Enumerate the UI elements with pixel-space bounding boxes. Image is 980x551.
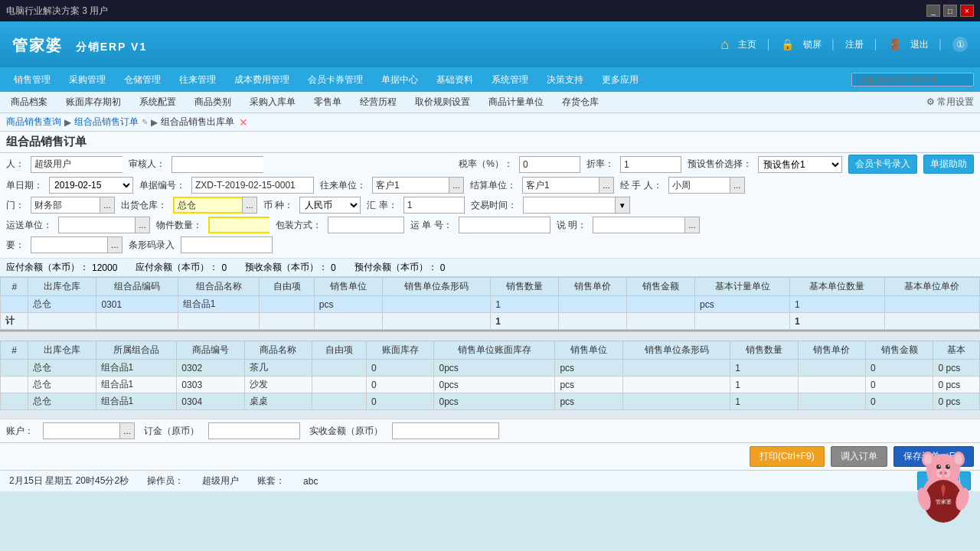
remark-ellipsis[interactable]: … [684, 217, 700, 233]
col-num: # [1, 278, 28, 296]
tracking-input[interactable] [459, 217, 550, 233]
person-input[interactable] [31, 156, 122, 173]
sub-nav-goods[interactable]: 商品档案 [6, 94, 52, 110]
dept-label: 门： [6, 199, 24, 212]
reviewer-input[interactable] [172, 156, 263, 173]
settlement-input[interactable] [522, 177, 599, 194]
remark-input[interactable] [593, 217, 684, 233]
breadcrumb: 商品销售查询 ▶ 组合品销售订单 ✎ ▶ 组合品销售出库单 ✕ [0, 113, 980, 132]
handler-input[interactable] [668, 177, 730, 194]
rate-input[interactable] [403, 197, 465, 214]
sub-nav-price-rule[interactable]: 取价规则设置 [410, 94, 475, 110]
require-ellipsis[interactable]: … [107, 236, 122, 253]
warehouse-ellipsis[interactable]: … [242, 197, 257, 214]
sub-nav-category[interactable]: 商品类别 [190, 94, 236, 110]
b-col-unit-stock: 销售单位账面库存 [434, 341, 555, 360]
received-label: 实收金额（原币） [309, 425, 383, 438]
ship-unit-input[interactable] [58, 217, 135, 233]
nav-dealings[interactable]: 往来管理 [172, 70, 224, 90]
nav-decision[interactable]: 决策支持 [539, 70, 591, 90]
account-input[interactable] [43, 422, 119, 439]
currency-select[interactable]: 人民币 [299, 197, 361, 214]
nav-system[interactable]: 系统管理 [484, 70, 536, 90]
sub-nav-settings[interactable]: ⚙ 常用设置 [926, 96, 974, 109]
to-unit-ellipsis[interactable]: … [449, 177, 464, 194]
table-row[interactable]: 总仓 0301 组合品1 pcs 1 pcs 1 [1, 296, 980, 313]
discount-input[interactable] [620, 156, 681, 173]
nav-orders[interactable]: 单据中心 [374, 70, 426, 90]
account-ellipsis[interactable]: … [119, 422, 135, 439]
table-row[interactable]: 总仓 组合品1 0304 桌桌 0 0pcs pcs 1 0 0 pcs [1, 393, 980, 410]
item-count-input[interactable] [208, 217, 270, 233]
date-select[interactable]: 2019-02-15 [49, 177, 133, 194]
lock-link[interactable]: 锁屏 [803, 38, 822, 51]
date-label: 单日期： [6, 179, 43, 192]
order-no-input[interactable] [191, 177, 314, 194]
import-btn[interactable]: 调入订单 [831, 446, 887, 467]
dept-ellipsis[interactable]: … [100, 197, 115, 214]
bottom-scrollbar[interactable] [0, 409, 980, 419]
settings-label: 常用设置 [937, 96, 974, 107]
member-card-btn[interactable]: 会员卡号录入 [848, 155, 917, 174]
sub-nav-retail[interactable]: 零售单 [309, 94, 346, 110]
barcode-input[interactable] [181, 236, 273, 253]
nav-warehouse[interactable]: 仓储管理 [116, 70, 168, 90]
breadcrumb-item-2[interactable]: 组合品销售订单 [74, 116, 139, 129]
b-col-code: 商品编号 [177, 341, 244, 360]
breadcrumb-item-1[interactable]: 商品销售查询 [6, 116, 61, 129]
require-input[interactable] [31, 236, 107, 253]
top-table: # 出库仓库 组合品编码 组合品名称 自由项 销售单位 销售单位条形码 销售数量… [0, 277, 980, 330]
exit-link[interactable]: 退出 [910, 38, 929, 51]
ship-unit-ellipsis[interactable]: … [135, 217, 150, 233]
nav-search-input[interactable] [851, 73, 974, 86]
nav-cost[interactable]: 成本费用管理 [227, 70, 297, 90]
nav-member[interactable]: 会员卡券管理 [300, 70, 371, 90]
breadcrumb-close-btn[interactable]: ✕ [239, 116, 248, 129]
nav-base[interactable]: 基础资料 [429, 70, 481, 90]
sub-nav-purchase-in[interactable]: 采购入库单 [245, 94, 300, 110]
minimize-btn[interactable]: _ [926, 5, 940, 17]
order-amount-input[interactable] [208, 422, 300, 439]
handler-ellipsis[interactable]: … [730, 177, 745, 194]
sub-nav-unit[interactable]: 商品计量单位 [484, 94, 548, 110]
col-amount: 销售金额 [627, 278, 695, 296]
tax-input[interactable] [519, 156, 580, 173]
table-row[interactable]: 总仓 组合品1 0303 沙发 0 0pcs pcs 1 0 0 pcs [1, 377, 980, 393]
warehouse-input[interactable] [173, 197, 242, 214]
svg-text:管家婆: 管家婆 [936, 499, 952, 505]
footer-account-label: 账套： [257, 474, 285, 487]
b-col-stock: 账面库存 [367, 341, 434, 360]
tracking-label: 运 单 号： [410, 219, 452, 232]
print-btn[interactable]: 打印(Ctrl+F9) [750, 446, 825, 467]
top-scrollbar[interactable] [0, 331, 980, 341]
col-barcode: 销售单位条形码 [382, 278, 490, 296]
info-link[interactable]: ① [952, 37, 968, 52]
pack-type-input[interactable] [328, 217, 404, 233]
nav-more[interactable]: 更多应用 [594, 70, 646, 90]
register-link[interactable]: 注册 [845, 38, 864, 51]
b-col-amount: 销售金额 [866, 341, 933, 360]
sub-nav-history[interactable]: 经营历程 [355, 94, 401, 110]
to-unit-input[interactable] [372, 177, 449, 194]
ship-unit-label: 运送单位： [6, 219, 52, 232]
nav-purchase[interactable]: 采购管理 [61, 70, 113, 90]
table-row[interactable]: 总仓 组合品1 0302 茶几 0 0pcs pcs 1 0 0 pcs [1, 360, 980, 377]
received-input[interactable] [392, 422, 499, 439]
sub-nav-config[interactable]: 系统配置 [135, 94, 181, 110]
trade-time-ellipsis[interactable]: ▼ [615, 197, 630, 214]
trade-time-input[interactable] [523, 197, 615, 214]
nav-sales[interactable]: 销售管理 [6, 70, 58, 90]
home-link[interactable]: 主页 [738, 38, 756, 51]
col-combo-name: 组合品名称 [178, 278, 259, 296]
dept-input[interactable] [31, 197, 100, 214]
settlement-ellipsis[interactable]: … [599, 177, 614, 194]
maximize-btn[interactable]: □ [943, 5, 957, 17]
receivable-value: 0 [221, 262, 227, 273]
close-btn[interactable]: × [960, 5, 974, 17]
sub-nav-stock-init[interactable]: 账面库存期初 [61, 94, 126, 110]
td-base-price [884, 296, 979, 313]
help-btn[interactable]: 单据助助 [923, 155, 974, 174]
preset-select[interactable]: 预设售价1 [758, 156, 842, 173]
breadcrumb-sep-2: ▶ [151, 117, 158, 128]
sub-nav-warehouse[interactable]: 存货仓库 [557, 94, 603, 110]
